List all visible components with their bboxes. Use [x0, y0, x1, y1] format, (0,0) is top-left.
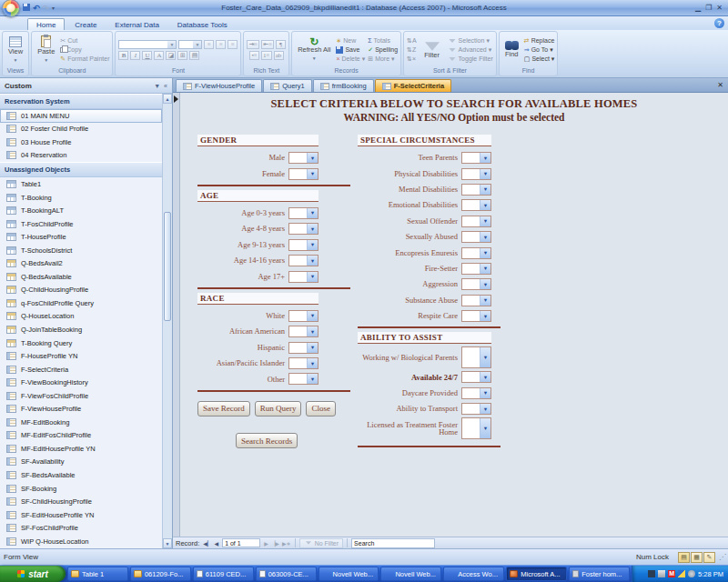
nav-scrollbar[interactable]: ▲ ▼: [162, 94, 172, 548]
shutter-bar-close-icon[interactable]: «: [164, 83, 167, 89]
yes-no-combobox[interactable]: ▼: [461, 199, 491, 211]
ribbon-tab[interactable]: Home: [27, 18, 65, 30]
previous-record-icon[interactable]: ◀: [215, 540, 219, 547]
ribbon-tab[interactable]: External Data: [106, 19, 167, 30]
combo-dropdown-icon[interactable]: ▼: [480, 232, 490, 242]
view-button[interactable]: View▼: [5, 36, 25, 64]
taskbar-button[interactable]: 061209-Fo...: [130, 567, 191, 581]
nav-object-row[interactable]: T-BookingALT: [0, 204, 162, 217]
nav-object-row[interactable]: T-Booking Query: [0, 336, 162, 350]
ribbon-tab[interactable]: Create: [66, 19, 105, 30]
nav-object-row[interactable]: SF-BedsAvailable: [0, 468, 162, 482]
combo-dropdown-icon[interactable]: ▼: [480, 216, 490, 226]
combo-dropdown-icon[interactable]: ▼: [307, 169, 318, 179]
yes-no-combobox[interactable]: ▼: [461, 346, 491, 368]
fill-color-icon[interactable]: ◪: [166, 51, 176, 60]
totals-button[interactable]: ΣTotals: [368, 37, 398, 45]
nav-object-row[interactable]: SF-EditHouseProfile YN: [0, 508, 162, 522]
tray-icon-5[interactable]: [688, 570, 695, 577]
scrollbar-thumb[interactable]: [164, 212, 171, 321]
italic-icon[interactable]: I: [130, 51, 140, 60]
yes-no-combobox[interactable]: ▼: [461, 216, 491, 227]
new-record-icon[interactable]: ▶∗: [282, 540, 291, 547]
yes-no-combobox[interactable]: ▼: [288, 239, 318, 251]
first-record-icon[interactable]: ◀▏: [203, 540, 211, 547]
yes-no-combobox[interactable]: ▼: [288, 207, 318, 219]
yes-no-combobox[interactable]: ▼: [288, 152, 318, 164]
paste-button[interactable]: Paste▼: [35, 35, 57, 64]
tray-icon-mcafee[interactable]: M: [668, 570, 675, 577]
tray-icon-4[interactable]: [678, 570, 685, 577]
document-tab[interactable]: Query1: [263, 79, 312, 92]
nav-object-row[interactable]: Q-JoinTableBooking: [0, 323, 162, 336]
indent-icon[interactable]: ⇥≡: [247, 40, 259, 49]
align-left-icon[interactable]: ≡: [204, 40, 214, 49]
redo-icon[interactable]: ↷: [43, 4, 50, 13]
yes-no-combobox[interactable]: ▼: [461, 231, 491, 243]
nav-object-row[interactable]: T-SchoolsDistrict: [0, 244, 162, 257]
gridlines-icon[interactable]: ⊞: [177, 51, 187, 60]
datasheet-view-icon[interactable]: ▦: [691, 552, 703, 563]
taskbar-button[interactable]: 61109 CED...: [193, 567, 254, 581]
nav-object-row[interactable]: 01 MAIN MENU: [0, 109, 162, 123]
combo-dropdown-icon[interactable]: ▼: [480, 169, 490, 179]
nav-object-row[interactable]: T-Booking: [0, 191, 162, 205]
nav-object-row[interactable]: 03 House Profile: [0, 135, 162, 149]
filter-state-button[interactable]: No Filter: [299, 538, 343, 548]
design-view-icon[interactable]: ✎: [703, 552, 715, 563]
cut-button[interactable]: ✂Cut: [60, 37, 109, 45]
yes-no-combobox[interactable]: ▼: [288, 357, 318, 369]
scroll-down-icon[interactable]: ▼: [163, 538, 172, 548]
nav-object-row[interactable]: T-FosChildProfile: [0, 217, 162, 231]
taskbar-button[interactable]: Novell Web...: [380, 567, 441, 581]
nav-object-row[interactable]: SF-Availability: [0, 456, 162, 469]
yes-no-combobox[interactable]: ▼: [461, 278, 491, 290]
advanced-button[interactable]: Advanced ▾: [448, 46, 493, 54]
document-close-icon[interactable]: ✕: [717, 81, 723, 90]
next-record-icon[interactable]: ▶: [264, 540, 268, 547]
combo-dropdown-icon[interactable]: ▼: [480, 404, 490, 414]
nav-object-row[interactable]: Reservation System: [0, 94, 162, 109]
sort-descending-icon[interactable]: ⇅Z: [407, 46, 417, 54]
nav-object-row[interactable]: q-FosChildProfile Query: [0, 296, 162, 310]
yes-no-combobox[interactable]: ▼: [461, 371, 491, 383]
combo-dropdown-icon[interactable]: ▼: [307, 343, 318, 353]
form-view-icon[interactable]: ▤: [678, 552, 690, 563]
combo-dropdown-icon[interactable]: ▼: [480, 296, 490, 306]
help-icon[interactable]: ?: [714, 18, 724, 28]
undo-icon[interactable]: ↶: [33, 4, 40, 13]
nav-object-row[interactable]: F-HouseProfile YN: [0, 349, 162, 363]
alternate-fill-icon[interactable]: ▤: [189, 51, 199, 60]
minimize-button[interactable]: ▁: [695, 4, 701, 12]
combo-dropdown-icon[interactable]: ▼: [307, 326, 318, 336]
navigation-pane-header[interactable]: Custom ▼ «: [0, 78, 172, 94]
yes-no-combobox[interactable]: ▼: [461, 403, 491, 415]
combo-dropdown-icon[interactable]: ▼: [307, 224, 318, 234]
record-selector-bar[interactable]: [173, 93, 180, 537]
scroll-up-icon[interactable]: ▲: [163, 94, 172, 104]
save-record-button[interactable]: Save Record: [197, 401, 250, 416]
combo-dropdown-icon[interactable]: ▼: [480, 248, 490, 258]
yes-no-combobox[interactable]: ▼: [461, 263, 491, 275]
document-tab[interactable]: F-SelectCriteria: [375, 79, 451, 92]
run-query-button[interactable]: Run Query: [255, 401, 302, 416]
nav-object-row[interactable]: F-SelectCriteria: [0, 363, 162, 376]
copy-button[interactable]: Copy: [60, 46, 109, 54]
nav-object-row[interactable]: F-ViewHouseProfile: [0, 402, 162, 416]
yes-no-combobox[interactable]: ▼: [288, 271, 318, 283]
combo-dropdown-icon[interactable]: ▼: [480, 418, 490, 438]
yes-no-combobox[interactable]: ▼: [461, 417, 491, 439]
start-button[interactable]: start: [0, 566, 66, 582]
spelling-button[interactable]: ✓Spelling: [368, 46, 398, 54]
taskbar-button[interactable]: Foster hom...: [569, 567, 630, 581]
taskbar-button[interactable]: Table 1: [67, 567, 128, 581]
combo-dropdown-icon[interactable]: ▼: [307, 240, 318, 250]
combo-dropdown-icon[interactable]: ▼: [307, 311, 318, 321]
combo-dropdown-icon[interactable]: ▼: [307, 208, 318, 218]
office-orb-button[interactable]: [2, 0, 20, 17]
nav-object-row[interactable]: Q-HouseLocation: [0, 310, 162, 324]
combo-dropdown-icon[interactable]: ▼: [480, 311, 490, 321]
replace-button[interactable]: ⇄Replace: [524, 37, 555, 45]
nav-object-row[interactable]: F-ViewFosChildProfile: [0, 389, 162, 403]
yes-no-combobox[interactable]: ▼: [288, 342, 318, 354]
